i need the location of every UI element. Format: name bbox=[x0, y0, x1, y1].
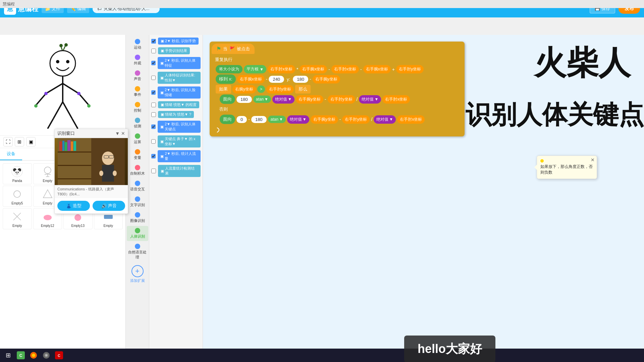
main-layout: ⛶ ⊞ ▣ ▶ 设备 bbox=[0, 35, 644, 362]
right-hand-y-1[interactable]: 右手肘y坐标 bbox=[396, 65, 424, 73]
block-btn-11[interactable]: ▣ 人流量统计检测结果 bbox=[158, 165, 201, 177]
stage-ctrl-left: ⛶ ⊞ ▣ bbox=[3, 137, 36, 146]
right-hand-y-3[interactable]: 右手肘y坐标 bbox=[328, 95, 355, 104]
block-check-1[interactable] bbox=[151, 39, 156, 44]
taskbar-browser[interactable] bbox=[28, 350, 39, 361]
cat-body-recog[interactable]: 人体识别 bbox=[127, 226, 148, 241]
right-wrist-x-5[interactable]: 右手肘x坐标 bbox=[397, 115, 425, 124]
else-block[interactable]: 否则 bbox=[216, 105, 231, 114]
block-btn-6[interactable]: ▣ 情绪 愤怒▼ 的程度 bbox=[158, 101, 199, 108]
code-panel: 火柴人 识别人体关键点 ⚑ 当 🚩 被点击 重复执行 bbox=[203, 35, 644, 362]
recognition-close-btn[interactable]: ✕ bbox=[121, 131, 125, 136]
cat-myblocks[interactable]: 自制积木 bbox=[127, 163, 148, 178]
right-elbow-x-2[interactable]: 右手肘x坐标 bbox=[331, 65, 359, 73]
right-wrist-x-2[interactable]: 右手腕x坐标 bbox=[363, 65, 391, 73]
cat-text-recog[interactable]: 文字识别 bbox=[127, 194, 148, 209]
right-wrist-x-1[interactable]: 右手腕x坐标 bbox=[300, 65, 327, 73]
cat-operators[interactable]: 运算 bbox=[127, 131, 148, 146]
sprite-item-panda[interactable]: Panda bbox=[3, 163, 32, 184]
sprite-label-panda: Panda bbox=[12, 179, 22, 183]
layout-btn[interactable]: ▣ bbox=[26, 137, 36, 146]
tooltip-close-btn[interactable]: ✕ bbox=[591, 157, 595, 163]
abs-block-3[interactable]: 绝对值 ▼ bbox=[287, 115, 309, 124]
face-block-2[interactable]: 面向 bbox=[220, 115, 235, 124]
block-check-9[interactable] bbox=[151, 139, 156, 144]
sprite-item-3[interactable]: Empty bbox=[3, 208, 32, 229]
sprite-item-empty5[interactable]: Empty5 bbox=[3, 186, 32, 207]
block-btn-7[interactable]: ▣ 情绪为 愤怒▼ ? bbox=[158, 111, 194, 118]
block-check-11[interactable] bbox=[151, 169, 156, 173]
block-btn-8[interactable]: ▣ 2▼ 秒后, 识别人体关键点 bbox=[158, 121, 201, 133]
taskbar-app-1[interactable]: C bbox=[15, 350, 26, 361]
right-wrist-y-4[interactable]: 右手腕y坐标 bbox=[311, 115, 338, 124]
num-240[interactable]: 240 bbox=[269, 76, 284, 83]
add-extension-btn[interactable]: + 添加扩展 bbox=[127, 262, 148, 286]
then-block[interactable]: 那么 bbox=[295, 85, 311, 94]
sprite-label-0: Empty bbox=[43, 179, 52, 183]
right-wrist-x-3[interactable]: 右手腕x坐标 bbox=[237, 75, 265, 83]
cat-voice[interactable]: 语音交互 bbox=[127, 179, 148, 194]
costume-button[interactable]: 👗 造型 bbox=[57, 201, 90, 211]
grid-btn[interactable]: ⊞ bbox=[15, 137, 24, 146]
cat-sound[interactable]: 声音 bbox=[127, 68, 148, 83]
abs-block-1[interactable]: 绝对值 ▼ bbox=[272, 95, 294, 104]
cat-control[interactable]: 控制 bbox=[127, 100, 148, 115]
taskbar-start-btn[interactable]: ⊞ bbox=[3, 350, 13, 361]
right-hand-y-4[interactable]: 右手肘y坐标 bbox=[342, 115, 370, 124]
fullscreen-btn[interactable]: ⛶ bbox=[3, 137, 13, 146]
if-block[interactable]: 如果 bbox=[216, 85, 231, 94]
block-btn-1[interactable]: ▣ 2▼ 秒后, 识别手势 bbox=[158, 38, 199, 45]
set-size-block[interactable]: 将大小设为 bbox=[216, 65, 243, 73]
right-elbow-x-1[interactable]: 右手肘x坐标 bbox=[268, 65, 295, 73]
block-check-5[interactable] bbox=[151, 90, 156, 95]
right-hand-y-2[interactable]: 右手肘y坐标 bbox=[266, 85, 294, 94]
recognition-titlebar: 识别窗口 ▼ ✕ bbox=[55, 129, 128, 138]
move-x-block[interactable]: 移到 x: bbox=[216, 74, 236, 84]
atan-block-2[interactable]: atan ▼ bbox=[268, 116, 286, 123]
block-btn-9[interactable]: ▣ 关键点 鼻子▼ 的 x坐标▼ bbox=[158, 135, 201, 147]
block-check-3[interactable] bbox=[151, 61, 156, 65]
recognition-collapse-btn[interactable]: ▼ bbox=[115, 131, 120, 136]
block-check-10[interactable] bbox=[151, 154, 156, 159]
cat-dot-operators bbox=[135, 133, 140, 139]
num-0[interactable]: 0 bbox=[236, 116, 247, 123]
block-btn-2[interactable]: ▣ 手势识别结果 bbox=[158, 47, 190, 54]
num-180c[interactable]: 180 bbox=[251, 116, 267, 123]
block-check-8[interactable] bbox=[151, 124, 156, 129]
cat-events[interactable]: 事件 bbox=[127, 84, 148, 99]
block-check-6[interactable] bbox=[151, 103, 156, 107]
block-check-7[interactable] bbox=[151, 112, 156, 117]
abs-block-4[interactable]: 绝对值 ▼ bbox=[374, 115, 396, 124]
num-180[interactable]: 180 bbox=[293, 76, 308, 83]
cat-label-myblocks: 自制积木 bbox=[130, 171, 145, 176]
cat-motion[interactable]: 运动 bbox=[127, 37, 148, 52]
device-tab[interactable]: 设备 bbox=[0, 148, 22, 160]
abs-block-2[interactable]: 绝对值 ▼ bbox=[359, 95, 381, 104]
atan-block-1[interactable]: atan ▼ bbox=[253, 96, 271, 103]
cat-image-recog[interactable]: 图像识别 bbox=[127, 210, 148, 225]
right-wrist-y-3[interactable]: 右手腕y坐标 bbox=[296, 95, 323, 104]
cat-looks[interactable]: 外观 bbox=[127, 53, 148, 68]
sqrt-block[interactable]: 平方根 ▼ bbox=[244, 65, 266, 73]
cat-sensing[interactable]: 侦测 bbox=[127, 116, 148, 131]
taskbar-app-2[interactable] bbox=[41, 350, 52, 361]
block-check-2[interactable] bbox=[151, 49, 156, 53]
cat-label-looks: 外观 bbox=[134, 61, 141, 66]
right-wrist-x-4[interactable]: 右手肘x坐标 bbox=[382, 95, 410, 104]
face-block-1[interactable]: 面向 bbox=[220, 95, 235, 104]
cat-variables[interactable]: 变量 bbox=[127, 147, 148, 162]
hat-block[interactable]: ⚑ 当 🚩 被点击 bbox=[212, 44, 255, 54]
num-180b[interactable]: 180 bbox=[236, 96, 252, 103]
block-btn-5[interactable]: ▣ 2▼ 秒后, 识别人脸情绪 bbox=[158, 86, 201, 99]
gt-block[interactable]: > bbox=[257, 85, 265, 93]
right-wrist-y-2[interactable]: 右腕y坐标 bbox=[232, 85, 256, 94]
block-check-4[interactable] bbox=[151, 75, 156, 80]
sound-button[interactable]: 🔊 声音 bbox=[93, 201, 125, 211]
repeat-block[interactable]: 重复执行 bbox=[212, 55, 236, 64]
cat-nlp[interactable]: 自然语言处理 bbox=[127, 242, 148, 262]
block-btn-10[interactable]: ▣ 2▼ 秒后, 统计人流量 bbox=[158, 150, 201, 162]
right-wrist-y-1[interactable]: 右手腕y坐标 bbox=[313, 75, 340, 83]
taskbar-app-3[interactable]: C bbox=[54, 350, 64, 361]
block-btn-4[interactable]: ▣ 人体特征识别结果: 性别▼ bbox=[158, 72, 201, 84]
block-btn-3[interactable]: ▣ 2▼ 秒后, 识别人体特征 bbox=[158, 57, 201, 69]
